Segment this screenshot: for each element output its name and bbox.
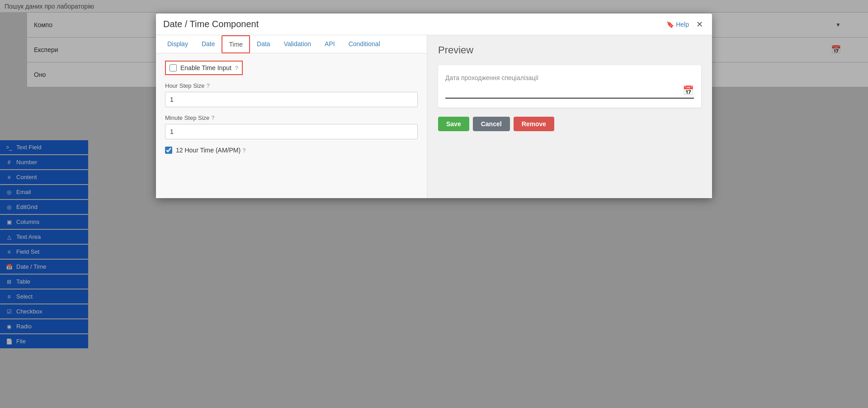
preview-panel: Preview Дата проходження спеціалізації 📅…: [427, 35, 712, 198]
tabs-container: Display Date Time Data Validation API Co…: [156, 35, 427, 53]
modal-footer: Save Cancel Remove: [438, 117, 701, 131]
tab-time[interactable]: Time: [222, 35, 250, 53]
hour-step-help-icon[interactable]: ?: [206, 82, 209, 89]
preview-field: Дата проходження спеціалізації 📅: [438, 65, 701, 108]
modal-title: Date / Time Component: [163, 19, 259, 29]
minute-step-help-icon[interactable]: ?: [211, 114, 214, 121]
hour-step-size-label: Hour Step Size ?: [165, 82, 418, 89]
form-panel: Display Date Time Data Validation API Co…: [156, 35, 427, 198]
hour-step-size-input[interactable]: [165, 92, 418, 107]
minute-step-size-label: Minute Step Size ?: [165, 114, 418, 121]
help-link[interactable]: 🔖 Help: [666, 21, 689, 28]
twelve-hour-time-row: 12 Hour Time (AM/PM) ?: [165, 147, 418, 154]
help-label: Help: [676, 21, 689, 28]
tab-display[interactable]: Display: [160, 35, 195, 53]
twelve-hour-time-label: 12 Hour Time (AM/PM) ?: [176, 147, 245, 154]
enable-time-input-row: Enable Time Input ?: [165, 61, 243, 75]
tab-conditional[interactable]: Conditional: [342, 35, 387, 53]
remove-button[interactable]: Remove: [514, 117, 554, 131]
preview-date-input[interactable]: [445, 87, 683, 94]
preview-input-row: 📅: [445, 85, 694, 99]
help-icon: 🔖: [666, 21, 674, 28]
tab-data[interactable]: Data: [250, 35, 277, 53]
hour-step-size-group: Hour Step Size ?: [165, 82, 418, 107]
modal-body: Display Date Time Data Validation API Co…: [156, 35, 712, 198]
cancel-button[interactable]: Cancel: [473, 117, 510, 131]
twelve-hour-time-checkbox[interactable]: [165, 147, 172, 154]
minute-step-size-group: Minute Step Size ?: [165, 114, 418, 139]
preview-title: Preview: [438, 44, 701, 56]
modal-overlay: Date / Time Component 🔖 Help ✕ Display D…: [0, 0, 868, 408]
tab-date[interactable]: Date: [195, 35, 222, 53]
modal-dialog: Date / Time Component 🔖 Help ✕ Display D…: [156, 14, 712, 198]
tab-api[interactable]: API: [318, 35, 342, 53]
calendar-icon[interactable]: 📅: [683, 85, 694, 96]
enable-time-input-checkbox[interactable]: [170, 64, 177, 71]
save-button[interactable]: Save: [438, 117, 469, 131]
twelve-hour-help-icon[interactable]: ?: [242, 147, 245, 154]
minute-step-size-input[interactable]: [165, 124, 418, 139]
close-button[interactable]: ✕: [694, 20, 705, 28]
preview-field-label: Дата проходження спеціалізації: [445, 74, 694, 81]
enable-time-input-help-icon[interactable]: ?: [235, 65, 238, 71]
modal-header-right: 🔖 Help ✕: [666, 20, 705, 28]
tab-validation[interactable]: Validation: [277, 35, 318, 53]
form-content: Enable Time Input ? Hour Step Size ?: [156, 53, 427, 198]
modal-header: Date / Time Component 🔖 Help ✕: [156, 14, 712, 35]
enable-time-input-label: Enable Time Input: [180, 64, 231, 71]
